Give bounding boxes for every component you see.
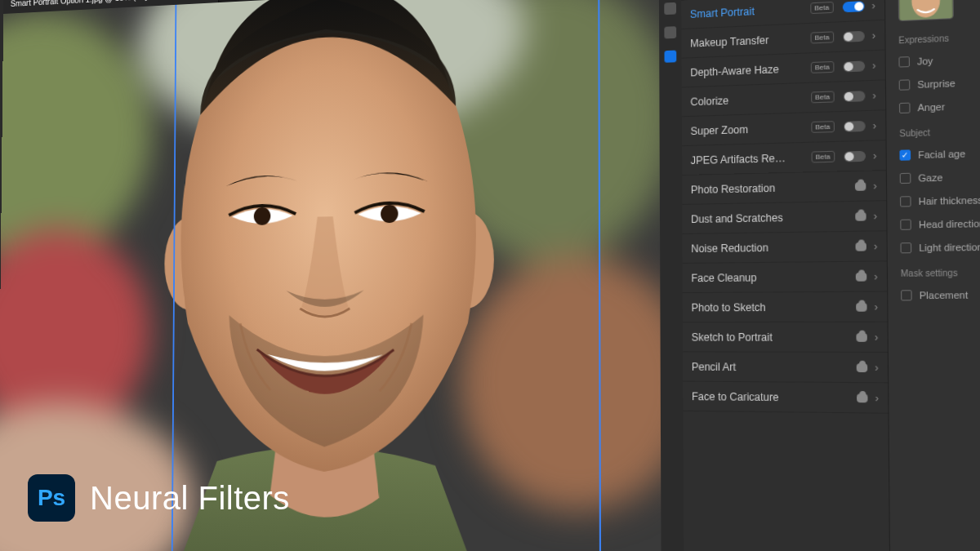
filter-toggle[interactable] — [844, 150, 866, 162]
rail-icon-portrait[interactable] — [664, 26, 676, 38]
document-canvas[interactable] — [0, 0, 662, 551]
chevron-right-icon: › — [874, 240, 878, 252]
beta-badge: Beta — [810, 31, 834, 43]
property-label: Anger — [918, 101, 945, 113]
filter-name: Super Zoom — [691, 122, 806, 137]
beta-badge: Beta — [811, 91, 835, 103]
filter-toggle[interactable] — [844, 120, 866, 131]
filter-name: Noise Reduction — [691, 240, 852, 255]
chevron-right-icon: › — [874, 210, 878, 222]
filter-name: Sketch to Portrait — [692, 331, 853, 343]
filter-toggle[interactable] — [843, 30, 865, 42]
rail-icon-all[interactable] — [664, 2, 676, 15]
neural-filters-panel: Neural Filters Smart PortraitBeta›Makeup… — [659, 0, 980, 551]
cloud-download-icon[interactable] — [856, 332, 867, 341]
checkbox[interactable] — [900, 242, 911, 253]
property-label: Facial age — [918, 149, 965, 161]
filter-name: Smart Portrait — [690, 2, 804, 20]
chevron-right-icon: › — [873, 149, 877, 162]
property-row[interactable]: Placement — [901, 282, 980, 307]
filter-toggle[interactable] — [843, 60, 865, 72]
filter-name: Face to Caricature — [692, 390, 853, 404]
face-illustration — [61, 0, 610, 551]
filter-row[interactable]: Face Cleanup› — [683, 261, 887, 293]
chevron-right-icon: › — [873, 180, 877, 192]
cloud-download-icon[interactable] — [856, 242, 866, 251]
filter-name: JPEG Artifacts Re… — [691, 151, 806, 167]
filter-name: Face Cleanup — [691, 270, 852, 284]
chevron-right-icon: › — [871, 0, 875, 11]
filter-row[interactable]: Photo Restoration› — [682, 171, 886, 205]
property-row[interactable]: Hair thickness — [900, 186, 980, 214]
property-row[interactable]: Head direction — [900, 210, 980, 237]
chevron-right-icon: › — [873, 119, 877, 131]
checkbox[interactable] — [899, 79, 911, 91]
filter-name: Colorize — [690, 91, 805, 108]
property-label: Surprise — [917, 78, 956, 90]
filter-toggle[interactable] — [844, 91, 866, 102]
cloud-download-icon[interactable] — [856, 302, 867, 311]
filter-name: Photo to Sketch — [691, 300, 852, 313]
portrait-photo — [0, 0, 662, 551]
section-expressions: Expressions — [898, 27, 980, 46]
filter-row[interactable]: Photo to Sketch› — [683, 292, 888, 323]
filter-name: Photo Restoration — [691, 180, 852, 195]
filters-list: Neural Filters Smart PortraitBeta›Makeup… — [681, 0, 891, 551]
property-row[interactable]: Light direction — [900, 233, 980, 260]
checkbox[interactable] — [901, 290, 912, 300]
beta-badge: Beta — [810, 2, 834, 14]
filter-name: Depth-Aware Haze — [690, 62, 805, 78]
filter-row[interactable]: JPEG Artifacts Re…Beta› — [682, 140, 886, 176]
property-label: Head direction — [919, 218, 980, 229]
checkbox[interactable] — [900, 220, 911, 230]
chevron-right-icon: › — [872, 59, 876, 71]
cloud-download-icon[interactable] — [856, 272, 866, 281]
filter-row[interactable]: Pencil Art› — [683, 352, 888, 383]
filter-toggle[interactable] — [843, 1, 865, 12]
filter-row[interactable]: Noise Reduction› — [683, 231, 887, 264]
cloud-download-icon[interactable] — [855, 211, 866, 220]
chevron-right-icon: › — [874, 270, 878, 282]
chevron-right-icon: › — [872, 29, 876, 42]
beta-badge: Beta — [811, 151, 835, 163]
chevron-right-icon: › — [872, 89, 876, 101]
property-label: Gaze — [918, 172, 942, 184]
filter-name: Pencil Art — [692, 361, 853, 374]
filter-name: Makeup Transfer — [690, 32, 804, 49]
property-label: Joy — [917, 56, 933, 67]
beta-badge: Beta — [810, 61, 834, 73]
property-label: Placement — [920, 290, 969, 301]
property-row[interactable]: Gaze — [900, 162, 980, 189]
filter-row[interactable]: Face to Caricature› — [683, 382, 888, 414]
cloud-download-icon[interactable] — [857, 393, 868, 402]
property-row[interactable]: Joy — [898, 42, 980, 73]
property-label: Hair thickness — [919, 194, 980, 207]
face-preview-thumbnail[interactable] — [898, 0, 954, 21]
checkbox[interactable] — [899, 103, 911, 113]
checkbox[interactable] — [900, 196, 911, 207]
section-subject: Subject — [899, 122, 980, 138]
chevron-right-icon: › — [875, 361, 879, 373]
checkbox[interactable]: ✓ — [899, 149, 911, 160]
filter-name: Dust and Scratches — [691, 210, 852, 224]
overlay-title: Neural Filters — [90, 480, 290, 517]
brand-overlay: Ps Neural Filters — [28, 474, 290, 522]
checkbox[interactable] — [900, 173, 911, 184]
cloud-download-icon[interactable] — [855, 181, 866, 190]
filter-row[interactable]: Sketch to Portrait› — [683, 322, 888, 353]
filter-properties: Expressions JoySurpriseAnger Subject ✓Fa… — [885, 0, 980, 551]
rail-icon-beta[interactable] — [665, 51, 677, 63]
beta-badge: Beta — [811, 121, 835, 133]
section-mask: Mask settings — [901, 267, 980, 278]
chevron-right-icon: › — [875, 392, 879, 404]
property-label: Light direction — [919, 242, 980, 253]
photoshop-logo-icon: Ps — [28, 474, 75, 522]
checkbox[interactable] — [898, 56, 910, 68]
chevron-right-icon: › — [875, 331, 879, 343]
panel-icon-rail — [659, 0, 684, 551]
property-row[interactable]: ✓Facial age — [899, 138, 980, 167]
cloud-download-icon[interactable] — [857, 363, 868, 372]
chevron-right-icon: › — [874, 300, 878, 313]
filter-row[interactable]: Dust and Scratches› — [682, 201, 886, 234]
